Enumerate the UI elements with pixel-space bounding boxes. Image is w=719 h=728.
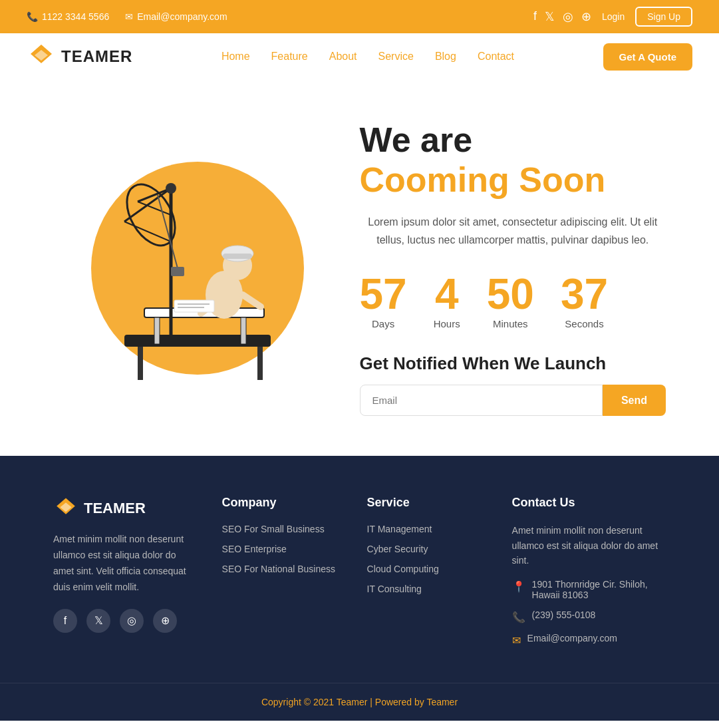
- phone-text: (239) 555-0108: [532, 610, 596, 620]
- footer-dribbble-icon[interactable]: ⊕: [153, 609, 177, 633]
- company-link-1[interactable]: SEO For Small Business: [222, 524, 325, 534]
- countdown-days: 57 Days: [360, 273, 407, 329]
- logo[interactable]: TEAMER: [27, 42, 132, 71]
- contact-phone: 📞 (239) 555-0108: [512, 610, 666, 624]
- hero-line2: Cooming Soon: [360, 160, 666, 200]
- footer-bottom: Copyright © 2021 Teamer | Powered by Tea…: [0, 683, 719, 721]
- countdown-minutes: 50 Minutes: [487, 273, 534, 329]
- phone-icon: 📞: [512, 611, 525, 624]
- footer-service-col: Service IT Management Cyber Security Clo…: [367, 496, 486, 655]
- list-item: SEO For National Business: [222, 563, 341, 575]
- hero-section: We are Cooming Soon Lorem ipsum dolor si…: [0, 80, 719, 456]
- svg-rect-3: [124, 335, 271, 347]
- location-icon: 📍: [512, 580, 525, 593]
- get-quote-button[interactable]: Get A Quote: [603, 43, 692, 71]
- list-item: SEO Enterprise: [222, 543, 341, 555]
- phone-info: 📞 1122 3344 5566: [27, 11, 109, 22]
- email-address: Email@company.com: [137, 11, 227, 22]
- minutes-number: 50: [487, 273, 534, 315]
- phone-icon: 📞: [27, 11, 38, 22]
- company-links: SEO For Small Business SEO Enterprise SE…: [222, 523, 341, 575]
- service-link-1[interactable]: IT Management: [367, 524, 432, 534]
- dribbble-icon[interactable]: ⊕: [581, 9, 591, 24]
- company-link-3[interactable]: SEO For National Business: [222, 564, 335, 574]
- nav-service[interactable]: Service: [378, 51, 414, 63]
- list-item: Cyber Security: [367, 543, 486, 555]
- hours-label: Hours: [434, 318, 460, 329]
- copyright-text: Copyright © 2021 Teamer | Powered by Tea…: [261, 697, 458, 707]
- send-button[interactable]: Send: [603, 385, 666, 416]
- mail-icon: ✉: [512, 634, 521, 647]
- notify-title: Get Notified When We Launch: [360, 353, 666, 374]
- signup-button[interactable]: Sign Up: [635, 7, 692, 27]
- minutes-label: Minutes: [487, 318, 534, 329]
- notify-section: Get Notified When We Launch Send: [360, 353, 666, 416]
- days-number: 57: [360, 273, 407, 315]
- countdown-hours: 4 Hours: [434, 273, 460, 329]
- svg-rect-4: [138, 347, 143, 380]
- service-link-2[interactable]: Cyber Security: [367, 544, 428, 554]
- nav-about[interactable]: About: [329, 51, 357, 63]
- svg-rect-7: [154, 317, 160, 344]
- svg-rect-12: [223, 254, 252, 259]
- days-label: Days: [360, 318, 407, 329]
- list-item: Cloud Computing: [367, 563, 486, 575]
- company-title: Company: [222, 496, 341, 510]
- facebook-icon[interactable]: f: [533, 9, 537, 24]
- email-input[interactable]: [360, 385, 603, 416]
- list-item: SEO For Small Business: [222, 523, 341, 535]
- footer-facebook-icon[interactable]: f: [53, 609, 77, 633]
- footer-instagram-icon[interactable]: ◎: [120, 609, 144, 633]
- svg-rect-8: [241, 317, 246, 344]
- seconds-label: Seconds: [561, 318, 608, 329]
- footer-social: f 𝕏 ◎ ⊕: [53, 609, 196, 633]
- company-link-2[interactable]: SEO Enterprise: [222, 544, 287, 554]
- contact-description: Amet minim mollit non deserunt ullamco e…: [512, 523, 666, 568]
- service-title: Service: [367, 496, 486, 510]
- notify-form: Send: [360, 385, 666, 416]
- service-link-3[interactable]: Cloud Computing: [367, 564, 439, 574]
- email-text: Email@company.com: [527, 633, 617, 643]
- footer-description: Amet minim mollit non deserunt ullamco e…: [53, 532, 196, 595]
- email-info: ✉ Email@company.com: [125, 11, 227, 22]
- footer-logo: TEAMER: [53, 496, 196, 521]
- service-link-4[interactable]: IT Consulting: [367, 584, 422, 594]
- seconds-number: 37: [561, 273, 608, 315]
- login-button[interactable]: Login: [602, 11, 625, 22]
- footer-logo-text: TEAMER: [84, 500, 146, 517]
- list-item: IT Management: [367, 523, 486, 535]
- footer-logo-icon: [53, 496, 78, 521]
- list-item: IT Consulting: [367, 583, 486, 595]
- top-bar: 📞 1122 3344 5566 ✉ Email@company.com f 𝕏…: [0, 0, 719, 33]
- nav-contact[interactable]: Contact: [478, 51, 514, 63]
- logo-text: TEAMER: [61, 47, 132, 66]
- service-links: IT Management Cyber Security Cloud Compu…: [367, 523, 486, 595]
- footer: TEAMER Amet minim mollit non deserunt ul…: [0, 456, 719, 682]
- phone-number: 1122 3344 5566: [42, 11, 109, 22]
- countdown: 57 Days 4 Hours 50 Minutes 37 Seconds: [360, 273, 666, 329]
- nav-links: Home Feature About Service Blog Contact: [221, 51, 514, 63]
- logo-icon: [27, 42, 56, 71]
- hero-line1: We are: [360, 120, 666, 160]
- svg-rect-15: [174, 300, 214, 312]
- svg-rect-5: [257, 347, 263, 380]
- footer-company-col: Company SEO For Small Business SEO Enter…: [222, 496, 341, 655]
- contact-address: 📍 1901 Thornridge Cir. Shiloh, Hawaii 81…: [512, 579, 666, 600]
- nav-feature[interactable]: Feature: [271, 51, 308, 63]
- nav-home[interactable]: Home: [221, 51, 250, 63]
- contact-email: ✉ Email@company.com: [512, 633, 666, 647]
- svg-point-24: [166, 183, 176, 194]
- footer-grid: TEAMER Amet minim mollit non deserunt ul…: [53, 496, 666, 682]
- top-bar-right: f 𝕏 ◎ ⊕ Login Sign Up: [533, 7, 692, 27]
- email-icon: ✉: [125, 11, 133, 22]
- instagram-icon[interactable]: ◎: [563, 9, 573, 24]
- hero-image: [53, 135, 329, 401]
- hero-content: We are Cooming Soon Lorem ipsum dolor si…: [360, 120, 666, 416]
- twitter-icon[interactable]: 𝕏: [545, 9, 555, 24]
- footer-contact-col: Contact Us Amet minim mollit non deserun…: [512, 496, 666, 655]
- footer-brand-col: TEAMER Amet minim mollit non deserunt ul…: [53, 496, 196, 655]
- footer-twitter-icon[interactable]: 𝕏: [86, 609, 110, 633]
- nav-blog[interactable]: Blog: [435, 51, 456, 63]
- navbar: TEAMER Home Feature About Service Blog C…: [0, 33, 719, 80]
- top-bar-left: 📞 1122 3344 5566 ✉ Email@company.com: [27, 11, 227, 22]
